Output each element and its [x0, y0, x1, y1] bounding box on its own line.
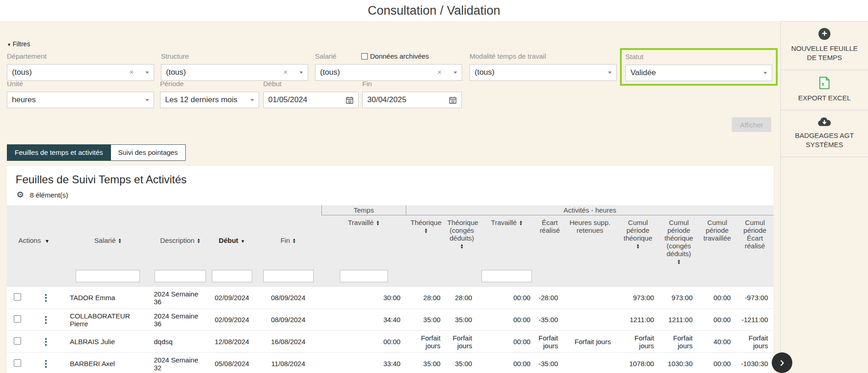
column-header-theorique[interactable]: Théorique▲▼	[406, 215, 446, 266]
filters-collapse-toggle[interactable]: ▾Filtres	[8, 40, 30, 48]
cell-temps_travaille: 34:40	[321, 309, 406, 331]
row-actions-kebab-icon[interactable]: ⋮	[39, 359, 53, 368]
column-header-cumul_theorique[interactable]: Cumul période théorique▲▼	[616, 215, 659, 266]
next-page-button[interactable]: ›	[772, 352, 792, 373]
column-header-temps_travaille[interactable]: Travaillé▲▼	[321, 215, 406, 266]
sort-icon[interactable]: ▲▼	[460, 244, 464, 249]
salarie-select[interactable]: (tous) ×	[315, 64, 462, 81]
table-header-row: Actions▼Salarié▲▼Description▲▼Début▼Fin▲…	[7, 215, 774, 266]
column-filter-input-temps_travaille[interactable]	[340, 270, 388, 282]
sort-icon[interactable]: ▲▼	[118, 238, 122, 244]
cell-fin: 08/09/2024	[255, 309, 321, 331]
filter-label: Statut	[625, 53, 772, 62]
column-filter-input-description[interactable]	[155, 270, 206, 282]
fin-date-input[interactable]: 30/04/2025	[362, 92, 462, 108]
actions-menu-icon[interactable]: ▼	[44, 238, 50, 244]
tab-feuilles-de-temps[interactable]: Feuilles de temps et activités	[7, 144, 111, 161]
clear-icon[interactable]: ×	[437, 68, 442, 77]
statut-select[interactable]: Validée	[625, 65, 772, 81]
plus-circle-icon: +	[818, 28, 830, 40]
cell-salarie: TADOR Emma	[64, 287, 151, 309]
sort-icon[interactable]: ▲▼	[677, 259, 680, 265]
afficher-button[interactable]: Afficher	[732, 117, 771, 132]
sort-icon[interactable]: ▲▼	[292, 238, 296, 244]
column-filter-input-fin[interactable]	[263, 270, 314, 282]
sort-desc-icon[interactable]: ▼	[241, 239, 245, 244]
chevron-down-icon	[299, 71, 303, 74]
sort-icon[interactable]: ▲▼	[636, 244, 640, 249]
calendar-icon[interactable]	[346, 96, 354, 104]
column-filter-input-debut[interactable]	[212, 270, 252, 282]
filter-cell-fin	[255, 266, 321, 287]
filter-label: Période	[160, 80, 259, 89]
checkbox-icon[interactable]	[361, 53, 368, 60]
cell-description: 2024 Semaine 32	[152, 353, 209, 373]
chevron-down-icon	[145, 99, 149, 101]
group-header: Temps	[321, 205, 406, 215]
column-header-salarie[interactable]: Salarié▲▼	[64, 215, 151, 266]
clear-icon[interactable]: ×	[283, 68, 287, 77]
column-label: Cumul période travaillée	[703, 219, 731, 242]
cell-theorique_conges: 35:00	[446, 353, 478, 373]
tab-suivi-des-pointages[interactable]: Suivi des pointages	[111, 144, 186, 161]
column-header-heures_supp: Heures supp. retenues	[564, 215, 616, 266]
cell-cumul_travaillee: 00:00	[698, 309, 736, 331]
column-header-theorique_conges[interactable]: Théorique (congés déduits)▲▼	[446, 215, 478, 266]
row-checkbox[interactable]	[14, 337, 21, 345]
row-actions-kebab-icon[interactable]: ⋮	[39, 337, 53, 346]
sort-icon[interactable]: ▲▼	[424, 228, 428, 234]
modalite-select[interactable]: (tous)	[470, 64, 617, 81]
cell-cumul_theorique: 1078:00	[616, 353, 659, 373]
chevron-down-icon	[145, 71, 149, 74]
cell-cumul_travaillee: 00:00	[698, 287, 736, 309]
sort-icon[interactable]: ▲▼	[519, 220, 523, 226]
filter-cell-actions	[28, 266, 64, 287]
debut-date-input[interactable]: 01/05/2024	[263, 92, 359, 108]
cell-debut: 02/09/2024	[209, 287, 255, 309]
departement-select[interactable]: (tous) ×	[7, 64, 154, 81]
cell-fin: 11/08/2024	[255, 353, 321, 373]
cell-cumul_ecart: -1030:30	[736, 353, 774, 373]
column-header-cumul_theorique_conges[interactable]: Cumul période théorique (congés déduits)…	[659, 215, 698, 266]
periode-select[interactable]: Les 12 derniers mois	[160, 92, 259, 108]
badgeages-button[interactable]: BADGEAGES AGT SYSTÈMES	[781, 110, 868, 157]
row-checkbox[interactable]	[14, 293, 21, 301]
column-header-cumul_ecart: Cumul période Écart réalisé	[736, 215, 774, 266]
calendar-icon[interactable]	[449, 96, 457, 104]
cloud-download-icon	[818, 117, 831, 127]
column-label: Écart réalisé	[540, 219, 560, 234]
cell-travaille: 00:00	[478, 287, 536, 309]
column-header-travaille[interactable]: Travaillé▲▼	[478, 215, 536, 266]
cell-cumul_ecart: -973:00	[736, 287, 774, 309]
main-tabs: Feuilles de temps et activités Suivi des…	[7, 144, 186, 161]
gear-icon[interactable]: ⚙	[17, 190, 24, 200]
cell-cumul_ecart: -1211:00	[736, 309, 774, 331]
filter-cell-cumul_theorique_conges	[659, 266, 698, 287]
column-filter-input-salarie[interactable]	[76, 270, 140, 282]
column-header-debut[interactable]: Début▼	[209, 215, 255, 266]
column-filter-input-travaille[interactable]	[481, 270, 532, 282]
clear-icon[interactable]: ×	[129, 68, 133, 77]
row-checkbox[interactable]	[14, 359, 21, 367]
nouvelle-feuille-button[interactable]: + NOUVELLE FEUILLE DE TEMPS	[781, 22, 868, 70]
unite-select[interactable]: heures	[7, 92, 154, 108]
sort-icon[interactable]: ▲▼	[376, 220, 380, 226]
filter-statut-highlighted: Statut Validée	[620, 48, 778, 86]
cell-theorique_conges: 28:00	[446, 287, 478, 309]
donnees-archivees-checkbox[interactable]: Données archivées	[361, 52, 429, 60]
column-header-actions[interactable]: Actions▼	[7, 215, 64, 266]
cell-description: dqdsq	[152, 331, 209, 353]
cell-theorique: 28:00	[406, 287, 446, 309]
row-actions-kebab-icon[interactable]: ⋮	[39, 293, 53, 302]
column-label: Actions	[18, 236, 41, 244]
export-excel-button[interactable]: x EXPORT EXCEL	[781, 70, 868, 110]
column-header-description[interactable]: Description▲▼	[152, 215, 209, 266]
column-header-fin[interactable]: Fin▲▼	[255, 215, 321, 266]
row-checkbox[interactable]	[14, 315, 21, 323]
sort-icon[interactable]: ▲▼	[197, 238, 200, 244]
row-actions-kebab-icon[interactable]: ⋮	[39, 315, 53, 324]
top-bar: Consultation / Validation	[0, 0, 868, 21]
structure-select[interactable]: (tous) ×	[161, 64, 308, 81]
cell-travaille: 00:00	[478, 331, 536, 353]
cell-theorique_conges: 35:00	[446, 309, 478, 331]
